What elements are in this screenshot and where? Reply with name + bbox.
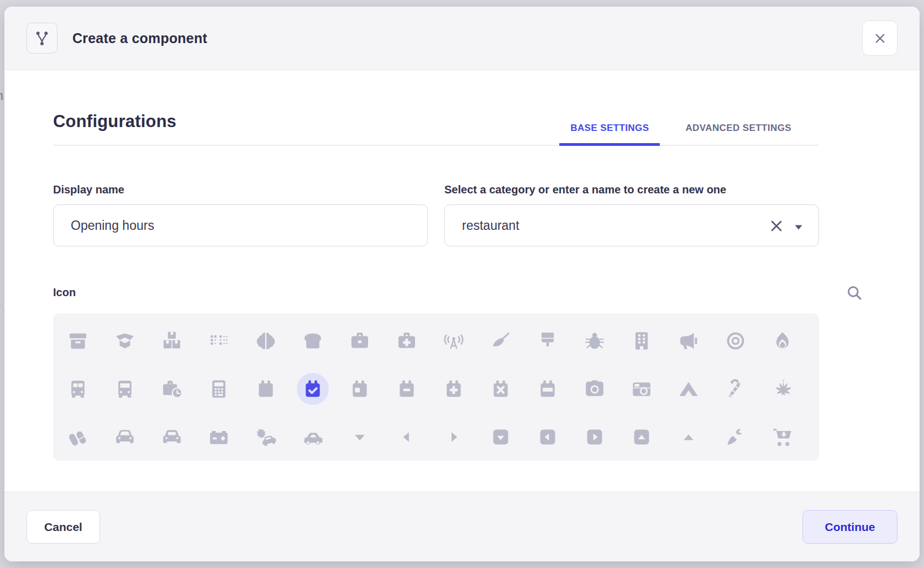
car-rear-icon[interactable] xyxy=(155,420,189,454)
caret-right-icon[interactable] xyxy=(437,420,471,454)
calendar-xmark-icon[interactable] xyxy=(484,372,518,406)
car-burst-icon[interactable] xyxy=(249,420,283,454)
boxes-stacked-icon[interactable] xyxy=(155,324,189,358)
candy-cane-icon[interactable] xyxy=(718,372,753,406)
car-icon[interactable] xyxy=(108,420,142,454)
close-icon[interactable] xyxy=(862,20,897,56)
bullhorn-icon[interactable] xyxy=(671,324,706,358)
form-fields-row: Display name Select a category or enter … xyxy=(53,183,819,246)
category-select-input[interactable] xyxy=(444,204,819,246)
dialog-body: Configurations BASE SETTINGS ADVANCED SE… xyxy=(4,70,920,492)
bullseye-icon[interactable] xyxy=(718,324,753,358)
caret-down-icon[interactable] xyxy=(792,221,805,233)
continue-button[interactable]: Continue xyxy=(802,510,897,544)
section-heading: Configurations xyxy=(53,112,176,145)
camera-retro-icon[interactable] xyxy=(624,372,659,406)
branch-nodes-icon xyxy=(27,23,57,54)
icon-picker-label: Icon xyxy=(53,286,819,299)
tab-base-settings[interactable]: BASE SETTINGS xyxy=(559,123,660,145)
calendar-week-icon[interactable] xyxy=(531,372,565,406)
broom-icon[interactable] xyxy=(484,324,518,358)
carrot-icon[interactable] xyxy=(718,420,753,454)
dialog-header: Create a component xyxy=(4,7,920,70)
search-icon[interactable] xyxy=(846,284,863,302)
category-label: Select a category or enter a name to cre… xyxy=(444,183,819,196)
braille-icon[interactable] xyxy=(202,324,236,358)
create-component-dialog: Create a component Configurations BASE S… xyxy=(4,7,920,561)
square-caret-down-icon[interactable] xyxy=(484,420,518,454)
building-icon[interactable] xyxy=(624,324,659,358)
page-background: { "modal": { "title": "Create a componen… xyxy=(0,0,924,568)
calendar-icon[interactable] xyxy=(249,372,283,406)
box-open-icon[interactable] xyxy=(108,324,142,358)
display-name-input[interactable] xyxy=(53,204,428,246)
car-side-icon[interactable] xyxy=(296,420,330,454)
briefcase-icon[interactable] xyxy=(343,324,377,358)
camera-icon[interactable] xyxy=(578,372,612,406)
calendar-minus-icon[interactable] xyxy=(390,372,424,406)
category-field-group: Select a category or enter a name to cre… xyxy=(444,183,819,246)
dialog-footer: Cancel Continue xyxy=(4,492,920,561)
tab-advanced-settings[interactable]: ADVANCED SETTINGS xyxy=(674,123,802,145)
brush-icon[interactable] xyxy=(531,324,565,358)
calculator-icon[interactable] xyxy=(202,372,236,406)
car-battery-icon[interactable] xyxy=(202,420,236,454)
caret-up-icon[interactable] xyxy=(671,420,706,454)
square-caret-left-icon[interactable] xyxy=(531,420,565,454)
clear-x-icon[interactable] xyxy=(769,219,784,233)
caret-left-icon[interactable] xyxy=(390,420,424,454)
caret-down-icon[interactable] xyxy=(343,420,377,454)
calendar-check-icon[interactable] xyxy=(296,372,330,406)
calendar-plus-icon[interactable] xyxy=(437,372,471,406)
burn-icon[interactable] xyxy=(765,324,800,358)
display-name-label: Display name xyxy=(53,183,428,196)
icon-picker-header: Icon xyxy=(53,286,819,299)
broadcast-tower-icon[interactable] xyxy=(437,324,471,358)
bug-icon[interactable] xyxy=(578,324,612,358)
capsules-icon[interactable] xyxy=(61,420,95,454)
cancel-button[interactable]: Cancel xyxy=(27,510,100,544)
dialog-title: Create a component xyxy=(72,30,207,46)
icon-grid xyxy=(53,313,819,461)
cart-arrow-down-icon[interactable] xyxy=(765,420,800,454)
bread-slice-icon[interactable] xyxy=(296,324,330,358)
campground-icon[interactable] xyxy=(671,372,706,406)
box-archive-icon[interactable] xyxy=(61,324,95,358)
calendar-day-icon[interactable] xyxy=(343,372,377,406)
square-caret-up-icon[interactable] xyxy=(624,420,659,454)
settings-tabs: BASE SETTINGS ADVANCED SETTINGS xyxy=(559,123,802,145)
square-caret-right-icon[interactable] xyxy=(578,420,612,454)
configurations-header-row: Configurations BASE SETTINGS ADVANCED SE… xyxy=(53,112,819,146)
brain-icon[interactable] xyxy=(249,324,283,358)
cannabis-icon[interactable] xyxy=(765,372,800,406)
bus-simple-icon[interactable] xyxy=(108,372,142,406)
briefcase-medical-icon[interactable] xyxy=(390,324,424,358)
display-name-field-group: Display name xyxy=(53,183,428,246)
bus-icon[interactable] xyxy=(61,372,95,406)
business-time-icon[interactable] xyxy=(155,372,189,406)
